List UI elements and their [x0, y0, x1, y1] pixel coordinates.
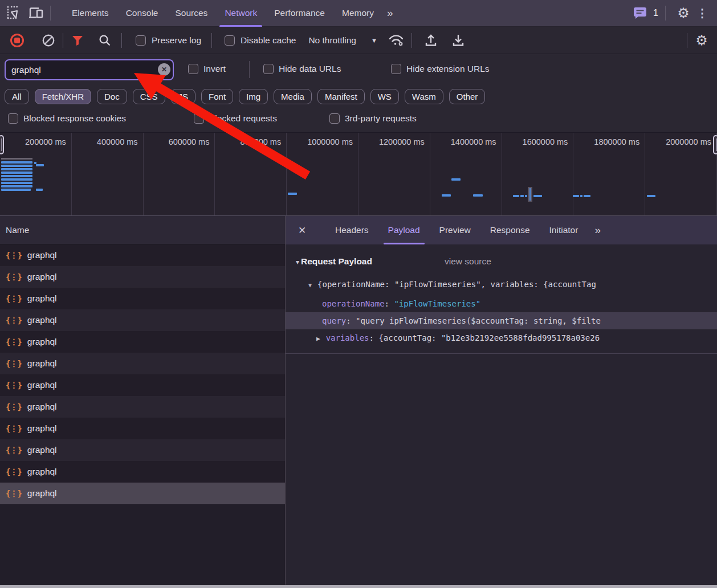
resource-chip[interactable]: JS [171, 89, 196, 104]
table-row[interactable]: {⋮} graphql [0, 374, 285, 396]
preserve-log-label: Preserve log [152, 35, 201, 46]
main-tab[interactable]: Sources [167, 0, 217, 27]
network-conditions-icon[interactable] [386, 31, 406, 50]
hide-data-urls-checkbox[interactable] [263, 64, 274, 74]
third-party-option: 3rd-party requests [329, 113, 417, 124]
main-tab[interactable]: Memory [333, 0, 382, 27]
table-row[interactable]: {⋮} graphql [0, 266, 285, 288]
clear-filter-icon[interactable]: ✕ [158, 63, 170, 76]
resource-chip[interactable]: Media [274, 89, 312, 104]
variables-line[interactable]: ▶variables: {accountTag: "b12e3b2192ee55… [286, 330, 717, 346]
table-row[interactable]: {⋮} graphql [0, 461, 285, 483]
main-tab[interactable]: Network [216, 0, 266, 27]
resource-chip[interactable]: Img [239, 89, 268, 104]
disable-cache-checkbox[interactable] [225, 35, 235, 46]
chevron-down-icon[interactable]: ▼ [371, 37, 377, 44]
resource-chip[interactable]: Manifest [317, 89, 365, 104]
table-row[interactable]: {⋮} graphql [0, 288, 285, 309]
selected-request-marker [528, 187, 532, 202]
devtools-window: Elements Console Sources Network Perform… [0, 0, 717, 588]
waterfall-bar [1, 161, 32, 164]
overview-right-handle[interactable] [713, 135, 717, 154]
resource-chip[interactable]: Fetch/XHR [35, 89, 91, 104]
table-row[interactable]: {⋮} graphql [0, 418, 285, 439]
detail-tab[interactable]: Headers [335, 216, 369, 244]
third-party-checkbox[interactable] [329, 113, 340, 124]
kebab-menu-icon[interactable]: ⋮ [693, 6, 711, 20]
view-source-link[interactable]: view source [445, 254, 491, 270]
hide-extension-urls-checkbox[interactable] [391, 64, 401, 74]
detail-tab[interactable]: Payload [388, 216, 420, 244]
search-icon[interactable] [95, 31, 115, 50]
table-row[interactable]: {⋮} graphql [0, 309, 285, 331]
waterfall-bar [513, 195, 519, 197]
waterfall-bar [1, 175, 32, 177]
request-table-pane: Name {⋮} graphql {⋮} graphql {⋮} graphql [0, 216, 286, 585]
operation-name-line: operationName: "ipFlowTimeseries" [286, 296, 717, 312]
table-row[interactable]: {⋮} graphql [0, 353, 285, 374]
settings-gear-icon[interactable]: ⚙ [674, 3, 693, 23]
table-row[interactable]: {⋮} graphql [0, 483, 285, 504]
main-tab[interactable]: Console [117, 0, 167, 27]
payload-preview-line[interactable]: ▼{operationName: "ipFlowTimeseries", var… [286, 276, 717, 293]
tree-collapsed-icon[interactable]: ▶ [316, 335, 320, 342]
disable-cache-label: Disable cache [241, 35, 296, 46]
detail-tab[interactable]: Preview [439, 216, 471, 244]
export-har-icon[interactable] [421, 31, 441, 50]
close-icon[interactable]: ✕ [296, 224, 308, 236]
invert-checkbox[interactable] [188, 64, 198, 74]
table-row[interactable]: {⋮} graphql [0, 244, 285, 266]
inspect-element-icon[interactable] [3, 3, 23, 23]
network-settings-gear-icon[interactable]: ⚙ [692, 31, 711, 50]
blocked-requests-option: Blocked requests [194, 113, 277, 124]
name-column-header[interactable]: Name [6, 225, 29, 235]
timeline-tick-label: 1000000 ms [287, 133, 358, 215]
tab-bar-right-controls: 1 ⚙ ⋮ [627, 3, 717, 23]
throttling-select[interactable]: No throttling [308, 35, 356, 46]
resource-chip[interactable]: Wasm [405, 89, 443, 104]
overview-left-handle[interactable] [0, 135, 4, 154]
table-row[interactable]: {⋮} graphql [0, 331, 285, 353]
table-row[interactable]: {⋮} graphql [0, 396, 285, 418]
waterfall-bar [1, 172, 32, 174]
main-tab[interactable]: Performance [266, 0, 333, 27]
waterfall-bar [584, 195, 590, 197]
request-name: graphql [27, 445, 57, 455]
clear-network-log-icon[interactable] [39, 31, 58, 50]
waterfall-bar [580, 195, 582, 197]
timeline-tick-label: 200000 ms [0, 133, 72, 215]
more-panels-icon[interactable]: » [382, 7, 397, 19]
hide-extension-urls-option: Hide extension URLs [391, 64, 490, 74]
divider [412, 33, 412, 48]
filter-input[interactable] [5, 59, 174, 80]
filter-funnel-icon[interactable] [68, 31, 87, 50]
request-payload-section[interactable]: ▾Request Payload [296, 254, 372, 270]
resource-chip[interactable]: Doc [97, 89, 127, 104]
invert-option: Invert [188, 64, 226, 74]
table-header[interactable]: Name [0, 216, 285, 244]
network-overview-timeline[interactable]: 200000 ms 400000 ms 600000 ms 800000 ms … [0, 132, 717, 216]
query-line[interactable]: query: "query ipFlowTimeseries($accountT… [286, 312, 717, 329]
preserve-log-checkbox[interactable] [136, 35, 146, 46]
resource-chip[interactable]: Font [201, 89, 233, 104]
main-tab[interactable]: Elements [63, 0, 117, 27]
resource-chip[interactable]: All [5, 89, 29, 104]
hide-extension-urls-label: Hide extension URLs [406, 64, 490, 74]
tree-expanded-icon[interactable]: ▼ [308, 282, 312, 288]
json-request-icon: {⋮} [6, 294, 22, 303]
detail-tab[interactable]: Initiator [549, 216, 579, 244]
detail-tab[interactable]: Response [490, 216, 530, 244]
resource-chip[interactable]: Other [449, 89, 486, 104]
record-network-log-icon[interactable] [10, 34, 24, 47]
timeline-tick-label: 1800000 ms [573, 133, 645, 215]
resource-chip[interactable]: CSS [133, 89, 165, 104]
issues-message-icon[interactable] [630, 3, 650, 23]
device-toolbar-icon[interactable] [26, 3, 46, 23]
table-row[interactable]: {⋮} graphql [0, 439, 285, 461]
more-detail-tabs-icon[interactable]: » [594, 224, 600, 236]
section-expander-icon[interactable]: ▾ [296, 258, 299, 266]
blocked-cookies-checkbox[interactable] [8, 113, 18, 124]
resource-chip[interactable]: WS [370, 89, 399, 104]
import-har-icon[interactable] [449, 31, 468, 50]
blocked-requests-checkbox[interactable] [194, 113, 204, 124]
